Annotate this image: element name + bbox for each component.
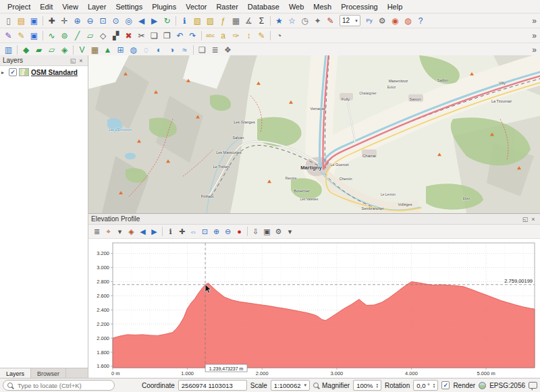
tab-browser[interactable]: Browser [31, 368, 66, 379]
snapping-toggle-icon[interactable]: ● [234, 226, 245, 237]
zoom-x-axis-icon[interactable]: ⇔ [188, 226, 199, 237]
menu-plugins[interactable]: Plugins [147, 2, 181, 11]
menu-project[interactable]: Project [3, 2, 35, 11]
menu-web[interactable]: Web [284, 2, 308, 11]
menu-raster[interactable]: Raster [211, 2, 242, 11]
pin-labels-icon[interactable]: ✑ [230, 30, 242, 42]
processing-toolbox-icon[interactable]: ⚙ [376, 15, 389, 27]
add-wfs-layer-icon[interactable]: ◑ [165, 44, 178, 56]
map-tips-icon[interactable]: ✦ [311, 15, 324, 27]
layer-item-osm-standard[interactable]: ▸ ✓ OSM Standard [1, 68, 86, 76]
pan-map-icon[interactable]: ✚ [45, 15, 58, 27]
add-delimited-text-layer-icon[interactable]: ⊞ [114, 44, 127, 56]
deselect-features-icon[interactable]: ▨ [204, 15, 217, 27]
refresh-map-icon[interactable]: ↻ [161, 15, 173, 27]
scale-combo[interactable]: 1:100062 ▾ [271, 380, 310, 391]
open-data-source-manager-icon[interactable]: ▥ [2, 44, 15, 56]
zoom-to-selection-icon[interactable]: ⊙ [109, 15, 122, 27]
delete-selected-icon[interactable]: ✖ [122, 30, 135, 42]
quickmapservices-icon[interactable]: ◍ [402, 15, 414, 27]
add-wms-layer-icon[interactable]: ◐ [153, 44, 165, 56]
close-panel-icon[interactable]: × [529, 216, 537, 223]
menu-layer[interactable]: Layer [83, 2, 111, 11]
new-project-icon[interactable]: ▯ [2, 15, 15, 27]
measure-line-icon[interactable]: ∡ [242, 15, 255, 27]
style-manager-icon[interactable]: ❖ [221, 44, 234, 56]
tab-layers[interactable]: Layers [0, 368, 31, 379]
add-line-feature-icon[interactable]: ╱ [71, 30, 84, 42]
identify-features-icon[interactable]: ℹ [178, 15, 191, 27]
add-point-feature-icon[interactable]: ⊚ [58, 30, 71, 42]
zoom-in-icon[interactable]: ⊕ [71, 15, 84, 27]
nudge-right-icon[interactable]: ▶ [148, 226, 160, 237]
pan-tool-icon[interactable]: ✚ [176, 226, 188, 237]
new-annotation-icon[interactable]: ✎ [324, 15, 337, 27]
menu-view[interactable]: View [57, 2, 83, 11]
new-temporary-scratch-layer-icon[interactable]: ▱ [45, 44, 58, 56]
zoom-last-icon[interactable]: ◀ [135, 15, 148, 27]
save-layer-edits-icon[interactable]: ▣ [28, 30, 40, 42]
current-edits-icon[interactable]: ✎ [2, 30, 15, 42]
zoom-in-icon[interactable]: ⊕ [211, 226, 222, 237]
add-xyz-layer-icon[interactable]: ≈ [178, 44, 191, 56]
crs-value[interactable]: EPSG:2056 [489, 382, 525, 389]
redo-icon[interactable]: ↷ [186, 30, 199, 42]
diagram-options-icon[interactable]: ◔ [273, 30, 286, 42]
layer-labeling-icon[interactable]: abc [204, 30, 217, 42]
menu-processing[interactable]: Processing [336, 2, 382, 11]
move-label-icon[interactable]: ↕ [242, 30, 255, 42]
close-panel-icon[interactable]: × [77, 57, 85, 64]
float-panel-icon[interactable]: ◱ [521, 216, 529, 223]
settings-icon[interactable]: ⚙ [273, 226, 284, 237]
messages-icon[interactable] [529, 382, 537, 389]
paste-features-icon[interactable]: ❐ [161, 30, 173, 42]
locate-input[interactable] [16, 381, 110, 390]
nudge-left-icon[interactable]: ◀ [137, 226, 148, 237]
rotation-spinbox[interactable]: 0,0 ° ▴▾ [413, 380, 438, 391]
pan-map-to-selection-icon[interactable]: ✛ [58, 15, 71, 27]
spin-arrows-icon[interactable]: ▴▾ [433, 383, 435, 389]
add-raster-layer-icon[interactable]: ▦ [88, 44, 101, 56]
float-panel-icon[interactable]: ◱ [69, 57, 77, 64]
capture-curve-dropdown-icon[interactable]: ▾ [114, 226, 126, 237]
select-by-expression-icon[interactable]: ƒ [217, 15, 230, 27]
vertex-tool-icon[interactable]: ◇ [97, 30, 109, 42]
add-postgis-layers-icon[interactable]: ◍ [127, 44, 140, 56]
zoom-full-icon[interactable]: ⊡ [199, 226, 211, 237]
layer-labeling-single-icon[interactable]: a [217, 30, 230, 42]
toggle-editing-icon[interactable]: ✎ [15, 30, 28, 42]
open-project-icon[interactable]: ▤ [15, 15, 28, 27]
show-layer-tree-icon[interactable]: ≣ [91, 226, 103, 237]
render-checkbox[interactable]: ✓ [441, 381, 450, 389]
menu-settings[interactable]: Settings [111, 2, 147, 11]
elevation-chart[interactable]: 1.6001.8002.0002.2002.4002.6002.8003.000… [88, 239, 540, 379]
export-as-image-icon[interactable]: ▣ [261, 226, 273, 237]
add-mesh-layer-icon[interactable]: ▲ [101, 44, 114, 56]
new-virtual-layer-icon[interactable]: ◈ [58, 44, 71, 56]
osm-place-search-icon[interactable]: ◉ [389, 15, 402, 27]
identify-tool-icon[interactable]: ℹ [165, 226, 176, 237]
toolbar-overflow-icon[interactable]: » [532, 31, 538, 40]
options-dropdown-icon[interactable]: ▾ [284, 226, 296, 237]
zoom-to-layer-icon[interactable]: ◎ [122, 15, 135, 27]
new-geopackage-layer-icon[interactable]: ◆ [20, 44, 32, 56]
locate-box[interactable] [3, 380, 115, 391]
new-print-layout-icon[interactable]: ❏ [196, 44, 209, 56]
python-console-icon[interactable]: Py [363, 15, 376, 27]
menu-help[interactable]: Help [383, 2, 408, 11]
zoom-full-icon[interactable]: ⊡ [97, 15, 109, 27]
help-contents-icon[interactable]: ? [414, 15, 427, 27]
add-polygon-feature-icon[interactable]: ▱ [84, 30, 97, 42]
zoom-next-icon[interactable]: ▶ [148, 15, 161, 27]
map-canvas[interactable]: MartignyLe GuercetCharratCheminRavoireVe… [88, 55, 540, 214]
coordinate-input[interactable]: 2560974 1103013 [178, 380, 247, 391]
font-size-combo[interactable]: 12 ▾ [340, 15, 360, 26]
digitize-with-curve-icon[interactable]: ∿ [45, 30, 58, 42]
new-shapefile-layer-icon[interactable]: ▰ [32, 44, 45, 56]
copy-features-icon[interactable]: ❏ [148, 30, 161, 42]
export-as-pdf-icon[interactable]: ⇩ [250, 226, 261, 237]
toolbar-overflow-icon[interactable]: » [532, 16, 538, 26]
zoom-out-icon[interactable]: ⊖ [222, 226, 234, 237]
new-bookmark-icon[interactable]: ★ [273, 15, 286, 27]
temporal-controller-icon[interactable]: ◷ [298, 15, 311, 27]
